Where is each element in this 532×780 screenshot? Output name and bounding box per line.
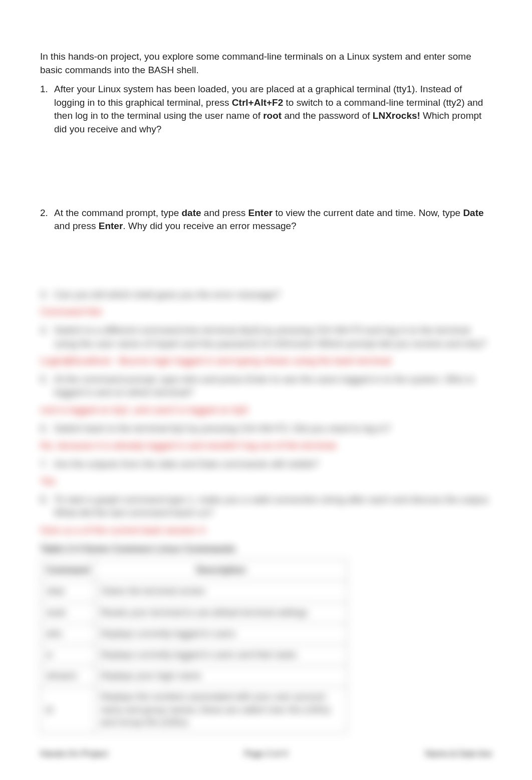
footer-right: Name & Date line bbox=[425, 748, 492, 760]
page-footer: Hands-On Project Page 3 of 4 Name & Date… bbox=[40, 748, 492, 760]
commands-table: Command Description clearClears the term… bbox=[40, 559, 347, 733]
blurred-content: 3. Can you tell which shell gave you the… bbox=[40, 288, 492, 733]
footer-left: Hands-On Project bbox=[40, 748, 108, 760]
question-1-content: After your Linux system has been loaded,… bbox=[54, 83, 492, 136]
question-1: 1. After your Linux system has been load… bbox=[40, 83, 492, 136]
question-2-number: 2. bbox=[40, 207, 54, 233]
question-1-number: 1. bbox=[40, 83, 54, 136]
intro-paragraph: In this hands-on project, you explore so… bbox=[40, 50, 492, 77]
question-2-content: At the command prompt, type date and pre… bbox=[54, 207, 492, 233]
question-2: 2. At the command prompt, type date and … bbox=[40, 207, 492, 233]
footer-center: Page 3 of 4 bbox=[244, 748, 288, 760]
